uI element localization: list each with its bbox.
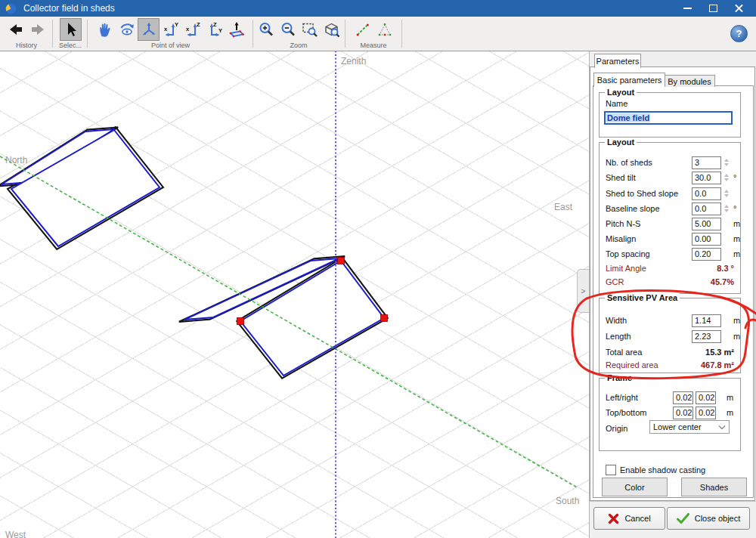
nb-sheds-spinner[interactable] [723,156,730,169]
view-xz-plane-button[interactable]: x Z [181,18,203,41]
view-top-button[interactable] [225,18,247,41]
toolbar-separator [52,20,53,48]
param-row-total-area: Total area 15.3 m² [606,346,737,358]
minimize-button[interactable] [674,0,700,17]
toolbar-separator [401,20,402,48]
panel-collapse-button[interactable]: > [577,269,589,313]
axis-label-south: South [556,496,579,506]
param-row-top-bottom: Top/bottom 0.02 0.02 m [606,407,737,419]
svg-text:x: x [164,26,168,32]
frame-top-input[interactable]: 0.02 [673,407,693,419]
total-area-value: 15.3 m² [705,348,734,357]
param-unit: m [733,249,740,258]
shed-selected[interactable] [240,261,384,376]
param-unit: m [733,316,740,325]
history-back-button[interactable] [5,18,26,41]
shed-tilt-input[interactable]: 30.0 [692,172,721,184]
total-area-label: Total area [606,348,642,357]
zoom-in-button[interactable] [255,18,277,41]
xy-axes-icon: x Y [163,21,179,38]
param-row-pitch: Pitch N-S 5.00 m [606,218,737,230]
zoom-3d-cube-icon [324,21,340,38]
scene-viewport[interactable]: Zenith North East South West > [0,51,589,538]
red-cross-icon [608,513,619,524]
zoom-extents-button[interactable] [321,18,342,41]
width-label: Width [606,316,627,325]
param-label: Nb. of sheds [606,158,652,167]
shed-slope-spinner[interactable] [723,187,730,199]
enable-shadow-checkbox[interactable] [606,465,616,475]
frame-bottom-input[interactable]: 0.02 [696,407,716,419]
tab-parameters[interactable]: Parameters [594,54,641,68]
param-row-width: Width 1.14 m [606,314,737,326]
close-object-button[interactable]: Close object [667,507,750,530]
help-icon: ? [736,28,742,39]
param-unit: m [727,408,733,417]
toolbar-separator [253,20,253,48]
view-zy-plane-button[interactable]: Z Y [203,18,225,41]
shed-slope-input[interactable]: 0.0 [692,187,721,200]
measure-distance-button[interactable] [352,18,373,41]
origin-dropdown[interactable]: Lower center [649,420,730,434]
param-unit: m [727,393,733,402]
pitch-input[interactable]: 5.00 [692,218,721,230]
top-spacing-input[interactable]: 0.20 [692,248,721,261]
footer-divider [590,501,756,502]
close-object-label: Close object [695,514,741,523]
handle-right[interactable] [381,315,388,322]
zoom-out-button[interactable] [277,18,299,41]
shed-tilt-spinner[interactable] [723,172,730,184]
param-row-limit-angle: Limit Angle 8.3 ° [606,262,737,274]
forward-arrow-icon [29,21,46,38]
handle-top[interactable] [338,258,345,264]
close-button[interactable] [726,0,751,17]
toolbar-group-measure: Measure [348,18,399,49]
shed-collectors[interactable] [2,129,384,376]
width-input[interactable]: 1.14 [692,314,721,327]
param-label: Misalign [606,234,636,243]
top-bottom-label: Top/bottom [606,408,646,417]
frame-right-input[interactable]: 0.02 [696,391,716,404]
handle-left[interactable] [237,318,244,325]
toolbar-separator [87,20,88,48]
basic-parameters-content: Layout Name Dome field Layout Nb. of she… [593,85,754,498]
tab-by-modules[interactable]: By modules [664,75,715,87]
toolbar-group-history: History [3,18,50,49]
cancel-button[interactable]: Cancel [593,507,665,530]
frame-left-input[interactable]: 0.02 [673,391,693,404]
misalign-input[interactable]: 0.00 [692,233,721,246]
length-input[interactable]: 2.23 [692,330,721,343]
name-input[interactable]: Dome field [604,111,733,125]
nb-sheds-input[interactable]: 3 [692,156,721,169]
hand-icon [97,21,113,38]
baseline-slope-spinner[interactable] [723,203,730,215]
axis-label-east: East [554,202,572,212]
free-rotation-button[interactable] [138,18,160,41]
orbit-view-button[interactable] [116,18,138,41]
svg-text:Z: Z [197,21,200,28]
toolbar-label-select: Selec... [59,42,82,49]
zy-axes-icon: Z Y [206,21,223,38]
view-xy-plane-button[interactable]: x Y [160,18,181,41]
param-row-shed-slope: Shed to Shed slope 0.0 [606,187,737,199]
pan-tool-button[interactable] [94,18,116,41]
maximize-button[interactable] [700,0,726,17]
param-row-length: Length 2.23 m [606,330,737,342]
name-label: Name [606,99,627,108]
shades-button[interactable]: Shades [681,478,747,496]
select-tool-button[interactable] [60,18,82,41]
toolbar-label-measure: Measure [360,42,386,49]
tab-basic-parameters[interactable]: Basic parameters [593,73,665,87]
help-button[interactable]: ? [730,25,748,42]
toolbar-group-zoom: Zoom [256,18,342,49]
measure-area-button[interactable] [373,18,395,41]
minimize-icon [683,8,692,9]
color-button[interactable]: Color [602,478,668,496]
toolbar-label-zoom: Zoom [290,42,307,49]
shed-front-row-north[interactable] [11,130,160,246]
baseline-slope-input[interactable]: 0.0 [692,203,721,215]
zoom-window-button[interactable] [299,18,321,41]
cursor-icon [62,21,79,38]
param-row-misalign: Misalign 0.00 m [606,233,737,245]
history-forward-button[interactable] [26,18,48,41]
